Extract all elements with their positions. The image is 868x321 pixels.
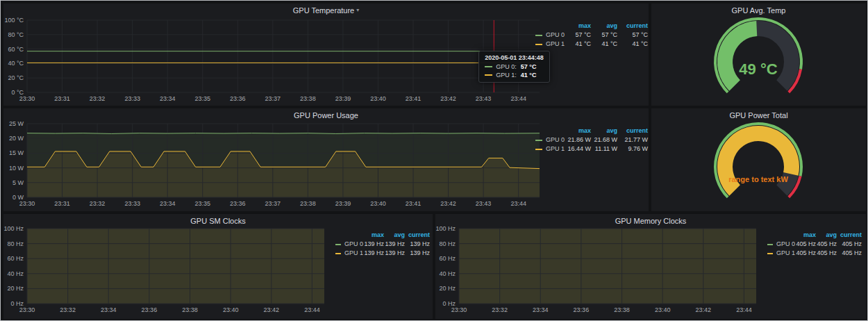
panel-title-gpu-temperature[interactable]: GPU Temperature ▾ <box>3 3 649 15</box>
x-axis-label: 23:32 <box>492 306 508 313</box>
graph-tooltip: 2020-05-01 23:44:48GPU 0:57 °CGPU 1:41 °… <box>478 51 550 83</box>
y-axis-label: 80 °C <box>8 31 24 38</box>
x-axis-label: 23:34 <box>160 95 176 102</box>
legend-value: 57 °C <box>617 31 648 40</box>
legend-row-gpu-1: GPU 1405 Hz405 Hz405 Hz <box>767 249 862 258</box>
x-axis-label: 23:37 <box>265 200 281 207</box>
legend-row-gpu-1: GPU 141 °C41 °C41 °C <box>535 40 648 49</box>
legend-header-row: maxavgcurrent <box>767 231 862 240</box>
legend-gpu_temperature: maxavgcurrentGPU 057 °C57 °C57 °CGPU 141… <box>535 22 648 49</box>
series-color-dash-icon <box>767 244 773 245</box>
panel-title-text: GPU Power Total <box>729 111 787 120</box>
panel-title-text: GPU SM Clocks <box>190 217 245 225</box>
panel-title-gpu-avg-temp[interactable]: GPU Avg. Temp <box>651 3 866 15</box>
x-axis-label: 23:40 <box>655 306 671 313</box>
panel-gpu-power-total: GPU Power Total range to text kW <box>651 108 866 211</box>
series-color-dash-icon <box>535 140 542 141</box>
tooltip-row-gpu-1-: GPU 1:41 °C <box>485 71 544 79</box>
legend-header-max: max <box>795 231 816 240</box>
gpu-power-usage-chart[interactable]: 0 W5 W10 W15 W20 W25 W23:3023:3123:3223:… <box>3 120 649 211</box>
legend-row-gpu-0: GPU 057 °C57 °C57 °C <box>535 31 648 40</box>
legend-series-gpu-1[interactable]: GPU 1 <box>535 145 565 154</box>
y-axis-label: 60 Hz <box>439 255 456 262</box>
panel-title-text: GPU Temperature <box>293 6 354 15</box>
legend-series-gpu-0[interactable]: GPU 0 <box>535 31 565 40</box>
x-axis-label: 23:34 <box>101 306 117 313</box>
x-axis-label: 23:34 <box>533 306 549 313</box>
legend-header-row: maxavgcurrent <box>535 22 648 31</box>
x-axis-label: 23:42 <box>440 200 456 207</box>
gpu-sm-clocks-chart[interactable]: 0 Hz20 Hz40 Hz60 Hz80 Hz100 Hz23:3023:32… <box>3 225 433 319</box>
legend-value: 405 Hz <box>837 240 862 249</box>
legend-header-avg: avg <box>591 126 617 135</box>
y-axis-label: 20 °C <box>8 74 24 81</box>
tooltip-series-name: GPU 0: <box>496 63 517 71</box>
x-axis-label: 23:33 <box>124 95 140 102</box>
legend-series-gpu-0[interactable]: GPU 0 <box>535 135 565 145</box>
panel-title-gpu-sm-clocks[interactable]: GPU SM Clocks <box>3 214 433 225</box>
grafana-dashboard: GPU Temperature ▾ 0 °C20 °C40 °C60 °C80 … <box>0 0 868 321</box>
x-axis-label: 23:44 <box>736 306 752 313</box>
legend-row-gpu-1: GPU 116.44 W11.11 W9.76 W <box>535 145 648 154</box>
legend-series-gpu-0[interactable]: GPU 0 <box>767 240 795 249</box>
panel-title-gpu-memory-clocks[interactable]: GPU Memory Clocks <box>435 214 866 225</box>
series-color-dash-icon <box>335 253 341 254</box>
legend-header-avg: avg <box>591 22 617 31</box>
y-axis-label: 100 Hz <box>435 225 456 232</box>
legend-series-gpu-0[interactable]: GPU 0 <box>335 240 363 249</box>
x-axis-label: 23:37 <box>265 95 281 102</box>
legend-series-gpu-1[interactable]: GPU 1 <box>535 40 565 49</box>
y-axis-label: 100 °C <box>4 17 24 24</box>
y-axis-label: 40 °C <box>8 60 24 67</box>
legend-value: 405 Hz <box>795 240 816 249</box>
x-axis-label: 23:44 <box>510 200 526 207</box>
x-axis-label: 23:40 <box>370 95 386 102</box>
legend-series-gpu-1[interactable]: GPU 1 <box>767 249 795 258</box>
x-axis-label: 23:43 <box>476 95 492 102</box>
y-axis-label: 60 °C <box>8 46 24 53</box>
gpu_power_total-gauge: range to text kW <box>651 120 866 211</box>
legend-gpu_power_usage: maxavgcurrentGPU 021.86 W21.68 W21.77 WG… <box>535 126 648 154</box>
tooltip-timestamp: 2020-05-01 23:44:48 <box>485 54 544 61</box>
legend-header-max: max <box>565 126 591 135</box>
y-axis-label: 20 Hz <box>439 285 456 292</box>
y-axis-label: 15 W <box>9 149 24 156</box>
gpu-temperature-chart[interactable]: 0 °C20 °C40 °C60 °C80 °C100 °C23:3023:31… <box>3 15 649 106</box>
x-axis-label: 23:34 <box>160 200 176 207</box>
legend-value: 139 Hz <box>384 249 405 258</box>
legend-value: 9.76 W <box>617 145 648 154</box>
series-fill-gpu-1 <box>459 225 756 304</box>
tooltip-series-name: GPU 1: <box>496 71 517 79</box>
panel-gpu-avg-temp: GPU Avg. Temp 49 °C <box>651 3 866 106</box>
x-axis-label: 23:32 <box>90 95 106 102</box>
gauge-value-text: range to text kW <box>728 175 788 183</box>
panel-title-text: GPU Avg. Temp <box>732 6 786 15</box>
panel-title-gpu-power-usage[interactable]: GPU Power Usage <box>3 108 649 120</box>
legend-header-max: max <box>565 22 591 31</box>
x-axis-label: 23:39 <box>335 95 351 102</box>
x-axis-label: 23:38 <box>182 306 198 313</box>
gpu_avg_temp-gauge: 49 °C <box>651 15 866 106</box>
panel-gpu-temperature: GPU Temperature ▾ 0 °C20 °C40 °C60 °C80 … <box>3 3 649 106</box>
legend-gpu_memory_clocks: maxavgcurrentGPU 0405 Hz405 Hz405 HzGPU … <box>767 231 862 258</box>
legend-header-row: maxavgcurrent <box>535 126 648 135</box>
x-axis-label: 23:31 <box>54 95 70 102</box>
series-color-dash-icon <box>535 149 542 150</box>
gpu-memory-clocks-chart[interactable]: 0 Hz20 Hz40 Hz60 Hz80 Hz100 Hz23:3023:32… <box>435 225 866 319</box>
legend-header-current: current <box>837 231 862 240</box>
x-axis-label: 23:30 <box>451 306 467 313</box>
legend-header-current: current <box>405 231 430 240</box>
x-axis-label: 23:38 <box>300 200 316 207</box>
series-color-dash-icon <box>535 35 542 36</box>
legend-value: 57 °C <box>591 31 617 40</box>
legend-series-gpu-1[interactable]: GPU 1 <box>335 249 363 258</box>
legend-value: 21.68 W <box>591 135 617 145</box>
y-axis-label: 25 W <box>9 120 24 127</box>
legend-value: 405 Hz <box>816 249 837 258</box>
tooltip-series-value: 41 °C <box>521 71 537 79</box>
x-axis-label: 23:40 <box>370 200 386 207</box>
y-axis-label: 20 Hz <box>7 285 24 292</box>
gauge-value-text: 49 °C <box>739 60 777 78</box>
panel-title-gpu-power-total[interactable]: GPU Power Total <box>651 108 866 120</box>
legend-header-current: current <box>617 22 648 31</box>
